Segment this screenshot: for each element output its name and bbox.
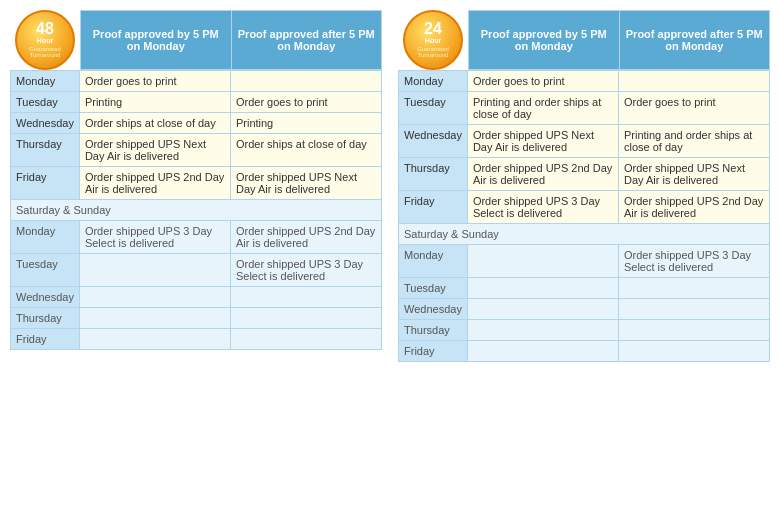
col1-cell — [467, 245, 618, 278]
day-cell: Tuesday — [11, 92, 80, 113]
day-cell: Thursday — [11, 134, 80, 167]
col2-cell — [618, 299, 769, 320]
col1-cell: Printing and order ships at close of day — [467, 92, 618, 125]
col1-cell — [467, 278, 618, 299]
col2-cell: Printing and order ships at close of day — [618, 125, 769, 158]
col1-header: Proof approved by 5 PM on Monday — [468, 10, 620, 70]
badge-line3: Turnaround — [418, 52, 449, 59]
day-cell: Tuesday — [399, 92, 468, 125]
badge-line1: Hour — [37, 37, 53, 45]
schedule-table: MondayOrder goes to printTuesdayPrinting… — [10, 70, 382, 350]
badge-line2: Guaranteed — [417, 46, 449, 53]
table-row: Friday — [399, 341, 770, 362]
day-cell: Wednesday — [11, 287, 80, 308]
col1-cell — [79, 287, 230, 308]
table-row: Tuesday — [399, 278, 770, 299]
day-cell: Thursday — [11, 308, 80, 329]
col2-cell — [618, 320, 769, 341]
badge-line3: Turnaround — [30, 52, 61, 59]
table-row: WednesdayOrder ships at close of dayPrin… — [11, 113, 382, 134]
day-cell: Friday — [399, 341, 468, 362]
table-row: MondayOrder goes to print — [11, 71, 382, 92]
table-row: WednesdayOrder shipped UPS Next Day Air … — [399, 125, 770, 158]
table-row: MondayOrder shipped UPS 3 Day Select is … — [399, 245, 770, 278]
day-cell: Tuesday — [399, 278, 468, 299]
col2-cell: Order goes to print — [618, 92, 769, 125]
col2-cell — [230, 71, 381, 92]
col2-cell: Order shipped UPS Next Day Air is delive… — [230, 167, 381, 200]
table-row: TuesdayPrinting and order ships at close… — [399, 92, 770, 125]
col1-cell — [467, 341, 618, 362]
col2-cell — [230, 287, 381, 308]
day-cell: Monday — [11, 221, 80, 254]
col2-header: Proof approved after 5 PM on Monday — [620, 10, 771, 70]
badge-cell: 24 Hour Guaranteed Turnaround — [398, 10, 468, 70]
badge-line2: Guaranteed — [29, 46, 61, 53]
badge-hour: 48 — [36, 21, 54, 37]
col1-cell: Order shipped UPS 3 Day Select is delive… — [467, 191, 618, 224]
col1-header: Proof approved by 5 PM on Monday — [80, 10, 232, 70]
col1-cell — [79, 254, 230, 287]
col1-cell: Order goes to print — [79, 71, 230, 92]
col2-header: Proof approved after 5 PM on Monday — [232, 10, 383, 70]
col1-cell: Order shipped UPS Next Day Air is delive… — [79, 134, 230, 167]
table-row: Wednesday — [11, 287, 382, 308]
table-row: Wednesday — [399, 299, 770, 320]
table-row: FridayOrder shipped UPS 2nd Day Air is d… — [11, 167, 382, 200]
table-row: FridayOrder shipped UPS 3 Day Select is … — [399, 191, 770, 224]
day-cell: Thursday — [399, 320, 468, 341]
col1-cell — [467, 320, 618, 341]
day-cell: Wednesday — [11, 113, 80, 134]
col1-cell: Printing — [79, 92, 230, 113]
col2-cell — [230, 329, 381, 350]
col2-cell — [618, 341, 769, 362]
col1-cell: Order ships at close of day — [79, 113, 230, 134]
col1-cell: Order shipped UPS 2nd Day Air is deliver… — [79, 167, 230, 200]
table-row: MondayOrder shipped UPS 3 Day Select is … — [11, 221, 382, 254]
table-row: Thursday — [11, 308, 382, 329]
col2-cell: Order goes to print — [230, 92, 381, 113]
day-cell: Wednesday — [399, 125, 468, 158]
col1-cell: Order shipped UPS 2nd Day Air is deliver… — [467, 158, 618, 191]
weekend-label: Saturday & Sunday — [11, 200, 382, 221]
day-cell: Wednesday — [399, 299, 468, 320]
day-cell: Tuesday — [11, 254, 80, 287]
col2-cell: Printing — [230, 113, 381, 134]
table-section-48hour: 48 Hour Guaranteed Turnaround Proof appr… — [10, 10, 382, 362]
day-cell: Monday — [399, 245, 468, 278]
table-row: ThursdayOrder shipped UPS 2nd Day Air is… — [399, 158, 770, 191]
badge-hour: 24 — [424, 21, 442, 37]
col1-cell: Order goes to print — [467, 71, 618, 92]
day-cell: Friday — [399, 191, 468, 224]
col2-cell: Order shipped UPS Next Day Air is delive… — [618, 158, 769, 191]
col2-cell: Order shipped UPS 2nd Day Air is deliver… — [618, 191, 769, 224]
weekend-label-row: Saturday & Sunday — [11, 200, 382, 221]
hour-badge: 24 Hour Guaranteed Turnaround — [403, 10, 463, 70]
day-cell: Monday — [11, 71, 80, 92]
table-row: MondayOrder goes to print — [399, 71, 770, 92]
col1-cell — [79, 329, 230, 350]
main-wrapper: 48 Hour Guaranteed Turnaround Proof appr… — [10, 10, 770, 362]
table-row: TuesdayOrder shipped UPS 3 Day Select is… — [11, 254, 382, 287]
weekend-label-row: Saturday & Sunday — [399, 224, 770, 245]
table-row: TuesdayPrintingOrder goes to print — [11, 92, 382, 113]
table-row: ThursdayOrder shipped UPS Next Day Air i… — [11, 134, 382, 167]
col1-cell — [467, 299, 618, 320]
day-cell: Friday — [11, 167, 80, 200]
weekend-label: Saturday & Sunday — [399, 224, 770, 245]
table-row: Friday — [11, 329, 382, 350]
col1-cell: Order shipped UPS 3 Day Select is delive… — [79, 221, 230, 254]
col1-cell: Order shipped UPS Next Day Air is delive… — [467, 125, 618, 158]
col2-cell: Order shipped UPS 3 Day Select is delive… — [618, 245, 769, 278]
col2-cell: Order shipped UPS 2nd Day Air is deliver… — [230, 221, 381, 254]
table-section-24hour: 24 Hour Guaranteed Turnaround Proof appr… — [398, 10, 770, 362]
col2-cell: Order ships at close of day — [230, 134, 381, 167]
day-cell: Thursday — [399, 158, 468, 191]
col2-cell — [230, 308, 381, 329]
badge-cell: 48 Hour Guaranteed Turnaround — [10, 10, 80, 70]
day-cell: Friday — [11, 329, 80, 350]
col2-cell — [618, 71, 769, 92]
table-row: Thursday — [399, 320, 770, 341]
day-cell: Monday — [399, 71, 468, 92]
col2-cell — [618, 278, 769, 299]
